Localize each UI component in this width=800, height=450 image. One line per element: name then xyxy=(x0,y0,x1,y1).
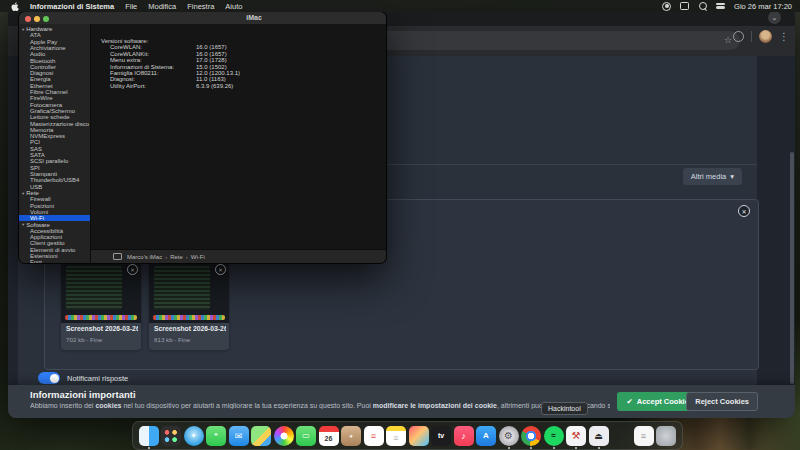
dock-app-icon xyxy=(161,426,181,446)
sidebar-item[interactable]: Masterizzazione disco xyxy=(19,121,90,127)
dock-icon-app-store[interactable]: A xyxy=(476,422,497,449)
profile-avatar[interactable] xyxy=(759,30,772,43)
thumbnail-window xyxy=(66,266,122,310)
dock-app-icon: ✦ xyxy=(184,426,204,446)
sidebar-section: ▾ Rete FirewallPosizioniVolumiWi-Fi xyxy=(19,190,90,222)
dock-app-icon: A xyxy=(476,426,496,446)
menu-bar-item[interactable]: File xyxy=(125,2,137,11)
cookie-body-fragment: modificare le impostazioni dei cookie xyxy=(373,402,497,409)
running-indicator-dot xyxy=(553,447,555,449)
menu-bar-clock[interactable]: Gio 26 mar 17:20 xyxy=(734,2,792,11)
attachment-card[interactable]: ✕ Screenshot 2026-03-26 ... 813 kb - Fin… xyxy=(149,261,229,350)
dock-icon-maps[interactable] xyxy=(251,422,272,449)
bookmark-star-icon[interactable]: ☆ xyxy=(724,36,732,45)
menu-bar-item[interactable]: Aiuto xyxy=(225,2,242,11)
dock-app-icon: ⚒ xyxy=(566,426,586,446)
minimize-button[interactable] xyxy=(34,16,40,22)
dock-icon-trash[interactable] xyxy=(656,422,677,449)
running-indicator-dot xyxy=(148,447,150,449)
notify-replies-toggle[interactable] xyxy=(38,372,60,384)
attachment-meta: 702 kb - Fine xyxy=(66,336,102,343)
dock-app-icon xyxy=(409,426,429,446)
menu-bar: Informazioni di Sistema FileModificaFine… xyxy=(0,0,800,12)
toggle-knob xyxy=(50,374,59,383)
dock-app-icon: ≡ xyxy=(634,426,654,446)
menu-list: FileModificaFinestraAiuto xyxy=(125,2,242,11)
dock-app-icon: tv xyxy=(431,426,451,446)
menu-bar-item[interactable]: Modifica xyxy=(148,2,176,11)
dock-icon-chrome[interactable] xyxy=(521,422,542,449)
dock-divider[interactable] xyxy=(611,422,632,449)
attachments-close-button[interactable]: ✕ xyxy=(738,205,750,217)
software-versions-block: Versioni software: CoreWLAN: 16.0 (1657)… xyxy=(101,38,240,89)
dock-icon-document[interactable]: ≡ xyxy=(633,422,654,449)
thumbnail-dock xyxy=(153,315,225,320)
dock-icon-fedora-hat-app[interactable]: ⏏ xyxy=(588,422,609,449)
dock-app-icon xyxy=(656,426,676,446)
attachment-remove-button[interactable]: ✕ xyxy=(127,264,138,275)
dock-icon-reminders[interactable]: ≡ xyxy=(363,422,384,449)
dock-icon-notes[interactable]: ≡ xyxy=(386,422,407,449)
dock-icon-launchpad[interactable] xyxy=(161,422,182,449)
menu-bar-app-name[interactable]: Informazioni di Sistema xyxy=(30,2,114,11)
dock-icon-spotify[interactable]: ≈ xyxy=(543,422,564,449)
thumbnail-window xyxy=(154,266,210,310)
running-indicator-dot xyxy=(575,447,577,449)
dock-app-icon: ▭ xyxy=(296,426,316,446)
dock-icon-mail[interactable]: ✉ xyxy=(228,422,249,449)
tabstrip-chevron-button[interactable]: ⌄ xyxy=(768,11,781,24)
screen-record-icon[interactable] xyxy=(662,2,671,11)
sidebar-item[interactable]: Font xyxy=(19,259,90,263)
zoom-button[interactable] xyxy=(43,16,49,22)
thumbnail-dock xyxy=(65,315,137,320)
sysinfo-sidebar: ▾ Hardware ATAApple PayArchiviazioneAudi… xyxy=(19,24,91,263)
dock-icon-photos[interactable] xyxy=(273,422,294,449)
cookie-body-fragment: Abbiamo inserito dei xyxy=(30,402,95,409)
extensions-icon[interactable] xyxy=(733,31,744,42)
cookie-banner: Informazioni importanti Abbiamo inserito… xyxy=(8,385,795,418)
sysinfo-content-pane: Versioni software: CoreWLAN: 16.0 (1657)… xyxy=(91,24,386,249)
status-section: Rete xyxy=(170,254,183,260)
control-center-icon[interactable] xyxy=(716,2,725,11)
dock-icon-calendar[interactable]: 26 xyxy=(318,422,339,449)
dock-icon-messages[interactable]: ❝ xyxy=(206,422,227,449)
attachment-meta: 813 kb - Fine xyxy=(154,336,190,343)
spotlight-icon[interactable] xyxy=(698,2,707,11)
menu-bar-item[interactable]: Finestra xyxy=(187,2,214,11)
version-value: 6.3.9 (639.26) xyxy=(196,83,233,89)
system-information-window: iMac ▾ Hardware ATAApple PayArchiviazion… xyxy=(18,11,387,264)
attachment-filename: Screenshot 2026-03-26 ... xyxy=(154,325,226,332)
dock-icon-facetime[interactable]: ▭ xyxy=(296,422,317,449)
dock-icon-finder[interactable] xyxy=(138,422,159,449)
dock-icon-apple-tv[interactable]: tv xyxy=(431,422,452,449)
dock-icon-safari[interactable]: ✦ xyxy=(183,422,204,449)
dock-icon-contacts[interactable]: ● xyxy=(341,422,362,449)
dock-icon-music[interactable]: ♪ xyxy=(453,422,474,449)
attachment-remove-button[interactable]: ✕ xyxy=(215,264,226,275)
attachment-card[interactable]: ✕ Screenshot 2026-03-26 ... 702 kb - Fin… xyxy=(61,261,141,350)
notify-replies-row: Notificami risposte xyxy=(38,372,128,384)
dock-app-icon xyxy=(139,426,159,446)
dock: ✦ ❝ ✉ ▭ xyxy=(132,421,683,450)
dock-icon-system-settings[interactable]: ⚙ xyxy=(498,422,519,449)
running-indicator-dot xyxy=(508,447,510,449)
close-button[interactable] xyxy=(25,16,31,22)
browser-menu-icon[interactable]: ⋮ xyxy=(779,32,789,42)
sysinfo-status-bar: Marco's iMac › Rete › Wi-Fi xyxy=(91,249,386,263)
version-row: Utility AirPort: 6.3.9 (639.26) xyxy=(101,83,240,89)
dock-icon-wave-media-app[interactable] xyxy=(408,422,429,449)
cookie-banner-body: Abbiamo inserito dei cookies nel tuo dis… xyxy=(30,402,610,409)
dock-app-icon: ≡ xyxy=(386,426,406,446)
dock-app-icon xyxy=(611,426,631,446)
reject-cookies-button[interactable]: Reject Cookies xyxy=(686,392,758,411)
status-device: Marco's iMac xyxy=(127,254,162,260)
sidebar-item[interactable]: Thunderbolt/USB4 xyxy=(19,177,90,183)
dock-icon-hackintool[interactable]: ⚒ xyxy=(566,422,587,449)
altri-media-button[interactable]: Altri media▾ xyxy=(683,168,742,185)
display-icon[interactable] xyxy=(680,2,689,11)
cookie-banner-title: Informazioni importanti xyxy=(30,389,136,400)
dock-app-icon: 26 xyxy=(319,426,339,446)
page-scrollbar[interactable] xyxy=(790,152,794,384)
apple-logo-icon[interactable] xyxy=(10,2,19,11)
chevron-down-icon: ▾ xyxy=(22,222,24,227)
